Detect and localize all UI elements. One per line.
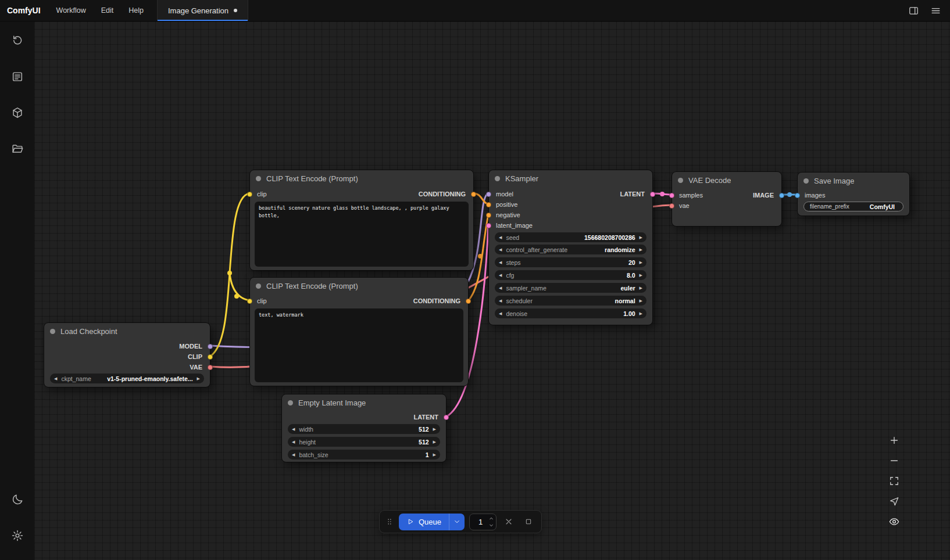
link-midpoint-dot[interactable] bbox=[234, 294, 239, 299]
increment-arrow-icon[interactable]: ▶ bbox=[640, 286, 642, 290]
link-midpoint-dot[interactable] bbox=[478, 254, 483, 259]
node-title-bar[interactable]: KSampler bbox=[489, 170, 652, 186]
collapse-dot-icon[interactable] bbox=[495, 176, 500, 181]
node-clip-text-encode-negative[interactable]: CLIP Text Encode (Prompt)clipCONDITIONIN… bbox=[249, 277, 469, 386]
link-midpoint-dot[interactable] bbox=[660, 192, 665, 196]
node-vae-decode[interactable]: VAE DecodesamplesvaeIMAGE bbox=[672, 171, 782, 227]
widget-denoise[interactable]: ◀denoise1.00▶ bbox=[495, 308, 647, 318]
widget-cfg[interactable]: ◀cfg8.0▶ bbox=[495, 270, 647, 280]
increment-arrow-icon[interactable]: ▶ bbox=[433, 440, 436, 444]
increment-arrow-icon[interactable]: ▶ bbox=[640, 260, 642, 264]
decrement-arrow-icon[interactable]: ◀ bbox=[499, 273, 502, 277]
history-button[interactable] bbox=[7, 30, 28, 51]
LATENT-output-port[interactable] bbox=[650, 192, 655, 197]
pan-mode-button[interactable] bbox=[885, 493, 903, 510]
decrement-icon[interactable] bbox=[488, 523, 494, 528]
prompt-textarea[interactable]: beautiful scenery nature glass bottle la… bbox=[255, 202, 469, 267]
collapse-dot-icon[interactable] bbox=[50, 329, 55, 334]
CONDITIONING-output-port[interactable] bbox=[471, 192, 476, 197]
model-library-button[interactable] bbox=[7, 102, 28, 123]
MODEL-output-port[interactable] bbox=[208, 344, 213, 349]
increment-arrow-icon[interactable]: ▶ bbox=[433, 453, 436, 457]
decrement-arrow-icon[interactable]: ◀ bbox=[499, 311, 502, 315]
widget-control_after_generate[interactable]: ◀control_after_generaterandomize▶ bbox=[495, 245, 647, 254]
increment-arrow-icon[interactable]: ▶ bbox=[640, 273, 642, 277]
widget-ckpt_name[interactable]: ◀ckpt_namev1-5-pruned-emaonly.safete...▶ bbox=[50, 374, 204, 383]
latent_image-input-port[interactable] bbox=[486, 223, 491, 228]
menu-edit[interactable]: Edit bbox=[94, 0, 122, 21]
panel-right-button[interactable] bbox=[905, 2, 922, 19]
collapse-dot-icon[interactable] bbox=[678, 178, 683, 183]
LATENT-output-port[interactable] bbox=[444, 415, 449, 420]
node-title-bar[interactable]: VAE Decode bbox=[672, 172, 781, 188]
decrement-arrow-icon[interactable]: ◀ bbox=[499, 260, 502, 264]
link-clip-to-negative[interactable] bbox=[230, 273, 249, 300]
clear-queue-button[interactable] bbox=[501, 514, 516, 529]
stop-button[interactable] bbox=[521, 514, 536, 529]
VAE-output-port[interactable] bbox=[208, 365, 213, 370]
theme-moon-button[interactable] bbox=[7, 489, 28, 510]
comfyui-logo[interactable]: ComfyUI bbox=[0, 0, 49, 21]
decrement-arrow-icon[interactable]: ◀ bbox=[292, 453, 295, 457]
increment-arrow-icon[interactable]: ▶ bbox=[640, 311, 642, 315]
widget-batch_size[interactable]: ◀batch_size1▶ bbox=[288, 450, 440, 460]
node-empty-latent-image[interactable]: Empty Latent ImageLATENT◀width512▶◀heigh… bbox=[281, 394, 447, 462]
queue-options-button[interactable] bbox=[449, 514, 465, 530]
widget-sampler_name[interactable]: ◀sampler_nameeuler▶ bbox=[495, 283, 647, 293]
fit-view-button[interactable] bbox=[885, 472, 903, 490]
queue-button[interactable] bbox=[7, 66, 28, 87]
positive-input-port[interactable] bbox=[486, 202, 491, 207]
widget-scheduler[interactable]: ◀schedulernormal▶ bbox=[495, 296, 647, 306]
settings-gear-button[interactable] bbox=[7, 525, 28, 546]
node-title-bar[interactable]: Empty Latent Image bbox=[282, 394, 446, 411]
collapse-dot-icon[interactable] bbox=[256, 283, 261, 289]
queue-button[interactable]: Queue bbox=[399, 514, 449, 530]
decrement-arrow-icon[interactable]: ◀ bbox=[499, 235, 502, 239]
increment-arrow-icon[interactable]: ▶ bbox=[640, 247, 642, 252]
node-title-bar[interactable]: CLIP Text Encode (Prompt) bbox=[250, 170, 473, 186]
increment-arrow-icon[interactable]: ▶ bbox=[640, 299, 642, 303]
node-clip-text-encode-positive[interactable]: CLIP Text Encode (Prompt)clipCONDITIONIN… bbox=[249, 170, 474, 271]
increment-arrow-icon[interactable]: ▶ bbox=[197, 376, 200, 380]
widget-seed[interactable]: ◀seed156680208700286▶ bbox=[495, 232, 647, 242]
tab-image-generation[interactable]: Image Generation bbox=[157, 0, 248, 21]
node-title-bar[interactable]: Save Image bbox=[798, 173, 909, 189]
node-title-bar[interactable]: Load Checkpoint bbox=[44, 323, 210, 339]
drag-handle-icon[interactable] bbox=[385, 517, 394, 526]
decrement-arrow-icon[interactable]: ◀ bbox=[292, 440, 295, 444]
decrement-arrow-icon[interactable]: ◀ bbox=[54, 376, 57, 380]
node-ksampler[interactable]: KSamplermodelpositivenegativelatent_imag… bbox=[488, 170, 653, 325]
increment-arrow-icon[interactable]: ▶ bbox=[433, 427, 436, 431]
widget-steps[interactable]: ◀steps20▶ bbox=[495, 257, 647, 267]
increment-icon[interactable] bbox=[488, 516, 494, 521]
workflows-button[interactable] bbox=[7, 138, 28, 159]
node-save-image[interactable]: Save Imageimagesfilename_prefixComfyUI bbox=[797, 172, 910, 216]
prompt-textarea[interactable]: text, watermark bbox=[255, 308, 463, 382]
node-title-bar[interactable]: CLIP Text Encode (Prompt) bbox=[250, 278, 468, 294]
toggle-link-visibility-button[interactable] bbox=[885, 513, 903, 530]
batch-count-input[interactable]: 1 bbox=[469, 514, 497, 530]
collapse-dot-icon[interactable] bbox=[256, 176, 261, 181]
decrement-arrow-icon[interactable]: ◀ bbox=[499, 247, 502, 252]
increment-arrow-icon[interactable]: ▶ bbox=[640, 235, 642, 239]
negative-input-port[interactable] bbox=[486, 213, 491, 218]
zoom-out-button[interactable] bbox=[885, 452, 903, 469]
vae-input-port[interactable] bbox=[669, 203, 674, 209]
decrement-arrow-icon[interactable]: ◀ bbox=[499, 286, 502, 290]
node-load-checkpoint[interactable]: Load CheckpointMODELCLIPVAE◀ckpt_namev1-… bbox=[44, 322, 210, 387]
CONDITIONING-output-port[interactable] bbox=[466, 299, 471, 304]
decrement-arrow-icon[interactable]: ◀ bbox=[292, 427, 295, 431]
graph-canvas[interactable]: Load CheckpointMODELCLIPVAE◀ckpt_namev1-… bbox=[34, 21, 950, 560]
link-midpoint-dot[interactable] bbox=[787, 192, 792, 197]
collapse-dot-icon[interactable] bbox=[803, 178, 809, 184]
images-input-port[interactable] bbox=[795, 193, 800, 198]
collapse-dot-icon[interactable] bbox=[288, 400, 293, 405]
widget-height[interactable]: ◀height512▶ bbox=[288, 437, 440, 447]
menu-button[interactable] bbox=[927, 2, 944, 19]
menu-help[interactable]: Help bbox=[121, 0, 151, 21]
IMAGE-output-port[interactable] bbox=[779, 193, 784, 198]
widget-width[interactable]: ◀width512▶ bbox=[288, 424, 440, 434]
widget-filename_prefix[interactable]: filename_prefixComfyUI bbox=[803, 202, 903, 211]
CLIP-output-port[interactable] bbox=[208, 354, 213, 360]
zoom-in-button[interactable] bbox=[885, 432, 903, 449]
